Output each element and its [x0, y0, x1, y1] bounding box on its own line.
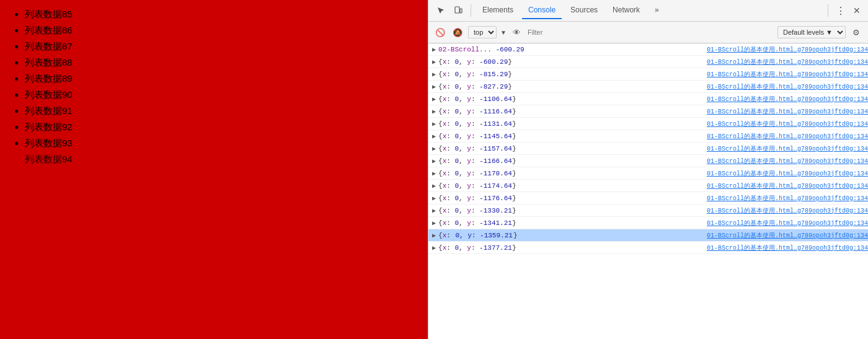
log-source[interactable]: 01-BScroll的基本使用.html…g789opoh3jftd0g:134 [707, 58, 868, 66]
console-filter-button[interactable]: 🔕 [451, 25, 464, 39]
log-expand-arrow[interactable]: ▶ [432, 232, 436, 239]
console-eye-button[interactable]: 👁 [510, 25, 524, 39]
log-row[interactable]: ▶{x: 0, y: -1377.21}01-BScroll的基本使用.html… [428, 242, 868, 254]
log-source[interactable]: 01-BScroll的基本使用.html…g789opoh3jftd0g:134 [707, 120, 868, 128]
log-content: {x: 0, y: -1359.21} [438, 232, 702, 239]
list-item: 列表数据85 [25, 6, 415, 22]
log-row[interactable]: ▶{x: 0, y: -815.29}01-BScroll的基本使用.html…… [428, 68, 868, 81]
log-expand-arrow[interactable]: ▶ [432, 219, 436, 227]
list-item: 列表数据90 [25, 87, 415, 103]
device-toolbar-button[interactable] [451, 3, 466, 18]
list-item: 列表数据89 [25, 71, 415, 87]
log-expand-arrow[interactable]: ▶ [432, 58, 436, 66]
log-row[interactable]: ▶{x: 0, y: -1330.21}01-BScroll的基本使用.html… [428, 205, 868, 217]
log-expand-arrow[interactable]: ▶ [432, 170, 436, 177]
devtools-tab-bar: Elements Console Sources Network » ⋮ ✕ [428, 0, 868, 22]
devtools-close-button[interactable]: ✕ [851, 6, 863, 15]
log-expand-arrow[interactable]: ▶ [432, 120, 436, 128]
log-content: 02-BScroll... -600.29 [438, 46, 702, 53]
log-content: {x: 0, y: -1131.64} [438, 120, 702, 128]
tab-elements[interactable]: Elements [476, 2, 520, 19]
log-expand-arrow[interactable]: ▶ [432, 195, 436, 202]
log-source[interactable]: 01-BScroll的基本使用.html…g789opoh3jftd0g:134 [707, 107, 868, 116]
log-source[interactable]: 01-BScroll的基本使用.html…g789opoh3jftd0g:134 [707, 132, 868, 141]
tab-more[interactable]: » [649, 2, 665, 19]
log-source[interactable]: 01-BScroll的基本使用.html…g789opoh3jftd0g:134 [707, 82, 868, 91]
log-content: {x: 0, y: -815.29} [438, 71, 702, 78]
log-row[interactable]: ▶{x: 0, y: -1174.64}01-BScroll的基本使用.html… [428, 180, 868, 192]
log-content: {x: 0, y: -1106.64} [438, 95, 702, 103]
log-source[interactable]: 01-BScroll的基本使用.html…g789opoh3jftd0g:134 [707, 157, 868, 165]
log-expand-arrow[interactable]: ▶ [432, 133, 436, 140]
list-item: 列表数据88 [25, 55, 415, 71]
log-source[interactable]: 01-BScroll的基本使用.html…g789opoh3jftd0g:134 [707, 182, 868, 190]
list-item: 列表数据86 [25, 22, 415, 38]
devtools-more-button[interactable]: ⋮ [833, 5, 848, 17]
log-row[interactable]: ▶{x: 0, y: -1359.21}01-BScroll的基本使用.html… [428, 229, 868, 242]
list-item: 列表数据87 [25, 38, 415, 55]
log-content: {x: 0, y: -1145.64} [438, 133, 702, 140]
console-clear-button[interactable]: 🚫 [433, 25, 447, 39]
log-source[interactable]: 01-BScroll的基本使用.html…g789opoh3jftd0g:134 [707, 206, 868, 215]
tab-network[interactable]: Network [606, 2, 646, 19]
svg-rect-0 [455, 7, 459, 13]
log-expand-arrow[interactable]: ▶ [432, 83, 436, 90]
log-content: {x: 0, y: -1166.64} [438, 157, 702, 165]
log-row[interactable]: ▶{x: 0, y: -1106.64}01-BScroll的基本使用.html… [428, 93, 868, 105]
log-expand-arrow[interactable]: ▶ [432, 108, 436, 115]
log-row[interactable]: ▶{x: 0, y: -1166.64}01-BScroll的基本使用.html… [428, 155, 868, 167]
console-toolbar: 🚫 🔕 top ▼ 👁 Default levels ▼ ⚙ [428, 22, 868, 43]
inspect-element-button[interactable] [433, 3, 448, 18]
devtools-panel: Elements Console Sources Network » ⋮ ✕ 🚫… [428, 0, 868, 339]
log-content: {x: 0, y: -1157.64} [438, 145, 702, 152]
log-row[interactable]: ▶{x: 0, y: -1176.64}01-BScroll的基本使用.html… [428, 192, 868, 205]
log-row[interactable]: ▶{x: 0, y: -1116.64}01-BScroll的基本使用.html… [428, 105, 868, 118]
log-source[interactable]: 01-BScroll的基本使用.html…g789opoh3jftd0g:134 [707, 45, 868, 54]
log-row[interactable]: ▶{x: 0, y: -600.29}01-BScroll的基本使用.html…… [428, 56, 868, 68]
list-item: 列表数据92 [25, 119, 415, 135]
log-content: {x: 0, y: -1330.21} [438, 207, 702, 214]
log-expand-arrow[interactable]: ▶ [432, 95, 436, 103]
log-source[interactable]: 01-BScroll的基本使用.html…g789opoh3jftd0g:134 [707, 144, 868, 153]
log-source[interactable]: 01-BScroll的基本使用.html…g789opoh3jftd0g:134 [707, 219, 868, 227]
console-context-select[interactable]: top [468, 26, 497, 38]
toolbar-separator-1 [471, 4, 471, 17]
log-content: {x: 0, y: -1341.21} [438, 219, 702, 227]
log-row[interactable]: ▶{x: 0, y: -1170.64}01-BScroll的基本使用.html… [428, 167, 868, 180]
tab-sources[interactable]: Sources [564, 2, 604, 19]
log-row[interactable]: ▶{x: 0, y: -1157.64}01-BScroll的基本使用.html… [428, 143, 868, 155]
list-items: 列表数据85列表数据86列表数据87列表数据88列表数据89列表数据90列表数据… [12, 6, 415, 167]
list-item: 列表数据91 [25, 103, 415, 119]
log-row[interactable]: ▶{x: 0, y: -1131.64}01-BScroll的基本使用.html… [428, 118, 868, 130]
log-content: {x: 0, y: -1170.64} [438, 170, 702, 177]
console-levels-select[interactable]: Default levels ▼ [777, 26, 846, 38]
log-source[interactable]: 01-BScroll的基本使用.html…g789opoh3jftd0g:134 [707, 231, 868, 240]
log-row[interactable]: ▶{x: 0, y: -1145.64}01-BScroll的基本使用.html… [428, 130, 868, 143]
log-source[interactable]: 01-BScroll的基本使用.html…g789opoh3jftd0g:134 [707, 194, 868, 203]
tab-console[interactable]: Console [522, 2, 562, 19]
console-filter-input[interactable] [528, 29, 774, 36]
console-settings-button[interactable]: ⚙ [849, 25, 863, 39]
log-source[interactable]: 01-BScroll的基本使用.html…g789opoh3jftd0g:134 [707, 95, 868, 103]
log-expand-arrow[interactable]: ▶ [432, 207, 436, 214]
log-content: {x: 0, y: -600.29} [438, 58, 702, 66]
log-row[interactable]: ▶ 02-BScroll... -600.29 01-BScroll的基本使用.… [428, 43, 868, 56]
console-log-area[interactable]: ▶ 02-BScroll... -600.29 01-BScroll的基本使用.… [428, 43, 868, 339]
log-arrow[interactable]: ▶ [432, 46, 436, 53]
log-expand-arrow[interactable]: ▶ [432, 145, 436, 152]
list-item: 列表数据94 [25, 151, 415, 167]
log-content: {x: 0, y: -1176.64} [438, 195, 702, 202]
log-row[interactable]: ▶{x: 0, y: -827.29}01-BScroll的基本使用.html…… [428, 81, 868, 93]
svg-rect-1 [460, 9, 462, 13]
log-expand-arrow[interactable]: ▶ [432, 182, 436, 190]
left-panel: 列表数据85列表数据86列表数据87列表数据88列表数据89列表数据90列表数据… [0, 0, 428, 339]
log-expand-arrow[interactable]: ▶ [432, 244, 436, 252]
log-content: {x: 0, y: -1377.21} [438, 244, 702, 252]
log-source[interactable]: 01-BScroll的基本使用.html…g789opoh3jftd0g:134 [707, 169, 868, 178]
log-source[interactable]: 01-BScroll的基本使用.html…g789opoh3jftd0g:134 [707, 244, 868, 252]
log-expand-arrow[interactable]: ▶ [432, 157, 436, 165]
log-row[interactable]: ▶{x: 0, y: -1341.21}01-BScroll的基本使用.html… [428, 217, 868, 229]
log-expand-arrow[interactable]: ▶ [432, 71, 436, 78]
log-content: {x: 0, y: -1116.64} [438, 108, 702, 115]
log-source[interactable]: 01-BScroll的基本使用.html…g789opoh3jftd0g:134 [707, 70, 868, 79]
